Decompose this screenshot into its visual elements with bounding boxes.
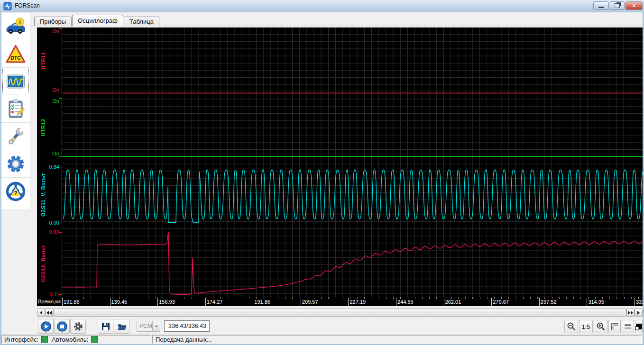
time-tick-label: 279.67 — [491, 298, 509, 306]
interface-status-indicator — [41, 336, 48, 343]
scroll-end-button[interactable] — [626, 309, 635, 317]
tab-bar: Приборы Осциллограф Таблица — [34, 15, 160, 26]
ruler-tool-button[interactable] — [608, 320, 621, 333]
gear-icon — [5, 154, 26, 174]
time-tick-label: 209.57 — [301, 298, 318, 306]
tab-devices[interactable]: Приборы — [34, 17, 72, 26]
scrollbar-thumb[interactable] — [53, 309, 626, 317]
time-tick-label: 262.01 — [444, 298, 461, 306]
scroll-right-button[interactable] — [635, 309, 643, 317]
axis-top-label: On — [37, 28, 59, 34]
tab-oscilloscope[interactable]: Осциллограф — [72, 15, 123, 26]
sidebar-item-dtc[interactable]: DTC — [1, 40, 30, 68]
gear-small-icon — [73, 321, 83, 332]
channel-name-label: HTR12 — [40, 118, 46, 136]
time-tick-label: 314.95 — [587, 298, 604, 306]
line-style-button[interactable] — [622, 320, 634, 333]
svg-text:DTC: DTC — [10, 54, 21, 60]
time-axis: Время,мс 191.86139.45156.93174.27191.862… — [37, 297, 643, 306]
vehicle-status-label: Автомобиль: — [52, 336, 88, 343]
play-icon — [40, 321, 52, 332]
plot-grid — [62, 27, 643, 297]
restore-button[interactable] — [610, 1, 625, 10]
save-icon — [101, 322, 110, 331]
time-tick-label: 332.4 — [635, 298, 643, 306]
play-button[interactable] — [38, 319, 54, 334]
axis-bottom-label: 0.00 — [37, 220, 59, 226]
channel-name-label: O2S12, Вольт — [40, 245, 46, 282]
sidebar-item-service-functions[interactable] — [1, 123, 30, 150]
time-tick-label: 227.19 — [348, 298, 366, 306]
help-wheel-icon: ? — [5, 181, 26, 202]
title-bar[interactable]: FORScan × — [0, 0, 644, 12]
save-button[interactable] — [98, 319, 113, 334]
time-tick-label: 139.45 — [110, 298, 128, 306]
status-bar: Интерфейс: Автомобиль: Передача данных..… — [1, 334, 643, 344]
sidebar-item-help[interactable]: ? — [1, 178, 30, 205]
checklist-icon — [5, 99, 26, 119]
arrow-left-icon — [40, 311, 42, 315]
module-select-value: PCM — [139, 323, 152, 329]
ruler-icon — [610, 322, 619, 331]
time-tick-label: 244.59 — [396, 298, 414, 306]
open-button[interactable] — [114, 319, 129, 334]
zoom-in-icon — [596, 322, 606, 331]
oscilloscope-icon — [5, 71, 26, 92]
close-icon: × — [632, 2, 636, 9]
close-button[interactable]: × — [626, 1, 643, 10]
scope-traces — [62, 27, 643, 297]
scroll-home-button[interactable] — [45, 309, 53, 317]
axis-top-label: On — [37, 98, 59, 104]
interface-status-label: Интерфейс: — [4, 336, 38, 343]
vehicle-status-indicator — [91, 336, 98, 343]
arrow-right-icon — [637, 311, 640, 315]
tab-table[interactable]: Таблица — [124, 17, 159, 26]
stop-button[interactable] — [54, 319, 70, 334]
oscilloscope-plot: Время,мс 191.86139.45156.93174.27191.862… — [37, 27, 643, 306]
message-status-panel: Передача данных... — [152, 335, 642, 344]
scope-settings-button[interactable] — [70, 319, 86, 334]
folder-icon — [117, 322, 127, 331]
time-tick-label: 156.93 — [157, 298, 175, 306]
dtc-warning-icon: DTC — [5, 44, 26, 64]
channel-name-label: HTR11 — [40, 52, 46, 70]
axis-bottom-label: On — [37, 87, 59, 93]
sidebar: i DTC — [1, 13, 30, 209]
background-color-button[interactable] — [635, 320, 643, 333]
time-axis-label: Время,мс — [38, 299, 61, 304]
time-tick-label: 297.52 — [539, 298, 557, 306]
stop-icon — [56, 321, 68, 332]
scroll-left-button[interactable] — [37, 309, 45, 317]
time-tick-label: 174.27 — [205, 298, 223, 306]
sidebar-item-vehicle-info[interactable]: i — [1, 13, 30, 40]
forscan-window: { "window": {"title": "FORScan"}, "title… — [0, 0, 644, 345]
forscan-logo-icon — [3, 2, 12, 10]
zoom-in-button[interactable] — [594, 320, 607, 333]
arrow-left-icon — [49, 311, 52, 315]
channel-name-label: O2S11_V, Вольт — [40, 173, 46, 217]
connection-status-panel: Интерфейс: Автомобиль: — [1, 335, 151, 344]
minimize-icon — [598, 7, 604, 8]
module-select[interactable]: PCM — [137, 321, 160, 332]
sidebar-item-settings[interactable] — [1, 150, 30, 178]
arrow-left-icon — [46, 311, 49, 315]
svg-text:?: ? — [14, 190, 17, 197]
restore-icon — [615, 3, 620, 8]
status-message: Передача данных... — [156, 336, 212, 343]
time-scale-button[interactable]: 1:5 — [579, 320, 593, 333]
arrow-right-icon — [631, 311, 633, 315]
axis-top-label: 0.82 — [37, 229, 59, 235]
lines-icon — [623, 322, 633, 331]
wrench-icon — [5, 126, 26, 147]
sidebar-item-service-tests[interactable] — [1, 95, 30, 123]
axis-bottom-label: 0.11 — [37, 291, 59, 297]
time-tick-label: 191.86 — [62, 298, 80, 306]
chevron-down-icon — [155, 326, 158, 327]
module-select-dropdown-button[interactable] — [152, 321, 160, 331]
zoom-out-button[interactable] — [564, 320, 578, 333]
minimize-button[interactable] — [593, 1, 609, 10]
record-time-display[interactable]: 336.43/336.43 s — [164, 320, 210, 332]
zoom-out-icon — [567, 322, 576, 331]
svg-text:i: i — [19, 18, 21, 26]
sidebar-item-oscilloscope[interactable] — [1, 68, 30, 95]
